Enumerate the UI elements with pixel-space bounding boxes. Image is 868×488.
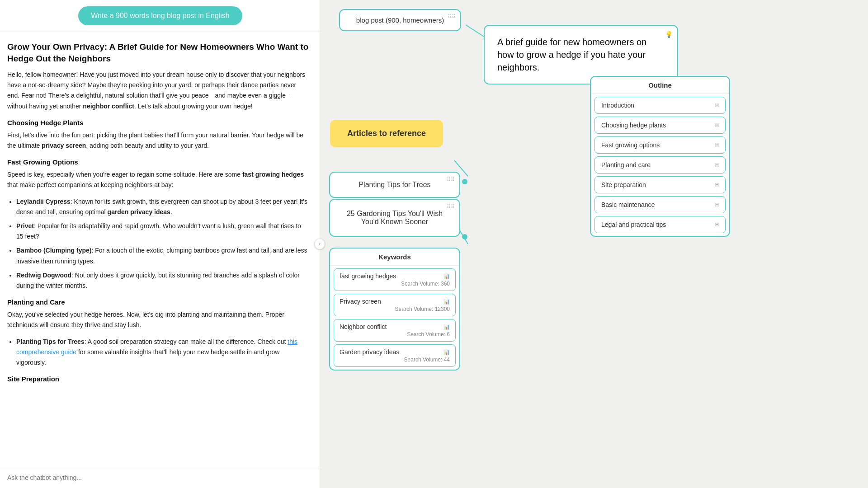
drag-handle-2-icon: ⠿⠿ [447,176,455,183]
articles-node[interactable]: Articles to reference [330,120,443,147]
outline-node: Outline IntroductionHChoosing hedge plan… [590,76,730,237]
planting-tips-label: Planting Tips for Trees [359,181,430,188]
task-button[interactable]: Write a 900 words long blog post in Engl… [78,6,242,25]
outline-item-6[interactable]: Legal and practical tipsH [594,216,726,233]
kw-volume: Search Volume: 12300 [340,306,450,312]
h-badge: H [715,122,719,128]
list-item-bamboo: Bamboo (Clumping type): For a touch of t… [16,245,310,266]
keyword-item-3[interactable]: Garden privacy ideas 📊 Search Volume: 44 [334,344,456,367]
h-badge: H [715,142,719,148]
outline-item-0[interactable]: IntroductionH [594,97,726,114]
bold-neighbor-conflict: neighbor conflict [83,103,134,110]
task-bar: Write a 900 words long blog post in Engl… [0,0,321,32]
article-intro: Hello, fellow homeowner! Have you just m… [7,70,310,111]
blog-post-node[interactable]: ⠿⠿ blog post (900, homeowners) [339,9,461,31]
chatbot-bar [0,467,321,488]
connector-dot-1 [462,179,467,184]
article-title: Grow Your Own Privacy: A Brief Guide for… [7,41,310,64]
bold-fast-growing: fast growing hedges [242,171,304,178]
bold-privacy-screen: privacy screen [42,142,86,149]
outline-item-1[interactable]: Choosing hedge plantsH [594,117,726,134]
keywords-items: fast growing hedges 📊 Search Volume: 360… [330,268,459,367]
lightbulb-icon: 💡 [665,30,673,39]
keyword-item-2[interactable]: Neighbor conflict 📊 Search Volume: 6 [334,319,456,342]
kw-name: Neighbor conflict 📊 [340,323,450,330]
kw-name: Garden privacy ideas 📊 [340,348,450,356]
outline-item-label: Fast growing options [601,141,660,149]
kw-volume: Search Volume: 6 [340,331,450,338]
left-panel: Write a 900 words long blog post in Engl… [0,0,321,488]
kw-volume: Search Volume: 360 [340,281,450,287]
outline-item-3[interactable]: Planting and careH [594,156,726,174]
keyword-item-1[interactable]: Privacy screen 📊 Search Volume: 12300 [334,294,456,316]
list-item-privet: Privet: Popular for its adaptability and… [16,221,310,242]
connector-dot-2 [462,234,467,239]
drag-handle-3-icon: ⠿⠿ [447,203,455,210]
outline-items: IntroductionHChoosing hedge plantsHFast … [591,97,729,233]
outline-item-2[interactable]: Fast growing optionsH [594,136,726,154]
outline-item-label: Choosing hedge plants [601,122,666,129]
kw-name: Privacy screen 📊 [340,298,450,305]
h-badge: H [715,162,719,168]
list-item-leylandii: Leylandii Cypress: Known for its swift g… [16,197,310,217]
outline-item-label: Site preparation [601,181,646,188]
section4-title: Site Preparation [7,375,310,383]
chatbot-input[interactable] [7,474,313,481]
h-badge: H [715,202,719,207]
section1-title: Choosing Hedge Plants [7,119,310,127]
h-badge: H [715,182,719,188]
fast-growing-list: Leylandii Cypress: Known for its swift g… [7,197,310,291]
outline-item-4[interactable]: Site preparationH [594,176,726,193]
kw-volume: Search Volume: 44 [340,357,450,363]
h-badge: H [715,103,719,108]
planting-tips-node[interactable]: ⠿⠿ Planting Tips for Trees [329,172,460,198]
keywords-header: Keywords [330,249,459,266]
section1-text: First, let's dive into the fun part: pic… [7,130,310,151]
list-item-planting-tips: Planting Tips for Trees: A good soil pre… [16,337,310,368]
collapse-button[interactable]: ‹ [314,239,325,249]
outline-item-label: Legal and practical tips [601,221,666,228]
brief-guide-label: A brief guide for new homeowners on how … [497,37,646,72]
blog-post-label: blog post (900, homeowners) [356,16,444,24]
kw-chart-icon: 📊 [443,349,450,355]
section3-text: Okay, you've selected your hedge heroes.… [7,310,310,330]
gardening-tips-label: 25 Gardening Tips You'll Wish You'd Know… [347,210,443,225]
right-panel: ⠿⠿ blog post (900, homeowners) 💡 A brief… [321,0,868,488]
outline-item-label: Basic maintenance [601,201,655,208]
articles-label: Articles to reference [347,129,426,138]
kw-chart-icon: 📊 [443,324,450,330]
section3-title: Planting and Care [7,298,310,306]
keywords-node: Keywords fast growing hedges 📊 Search Vo… [329,248,460,371]
section2-text: Speed is key, especially when you're eag… [7,169,310,190]
article-content: Grow Your Own Privacy: A Brief Guide for… [0,32,321,467]
outline-item-5[interactable]: Basic maintenanceH [594,196,726,213]
list-item-redtwig: Redtwig Dogwood: Not only does it grow q… [16,270,310,291]
kw-chart-icon: 📊 [443,299,450,305]
planting-care-list: Planting Tips for Trees: A good soil pre… [7,337,310,368]
section2-title: Fast Growing Options [7,158,310,166]
drag-handle-icon: ⠿⠿ [448,14,456,20]
keyword-item-0[interactable]: fast growing hedges 📊 Search Volume: 360 [334,268,456,291]
kw-name: fast growing hedges 📊 [340,272,450,280]
outline-item-label: Planting and care [601,161,651,169]
outline-item-label: Introduction [601,102,634,109]
kw-chart-icon: 📊 [443,273,450,279]
h-badge: H [715,222,719,227]
outline-header: Outline [591,77,729,94]
gardening-tips-node[interactable]: ⠿⠿ 25 Gardening Tips You'll Wish You'd K… [329,199,460,237]
